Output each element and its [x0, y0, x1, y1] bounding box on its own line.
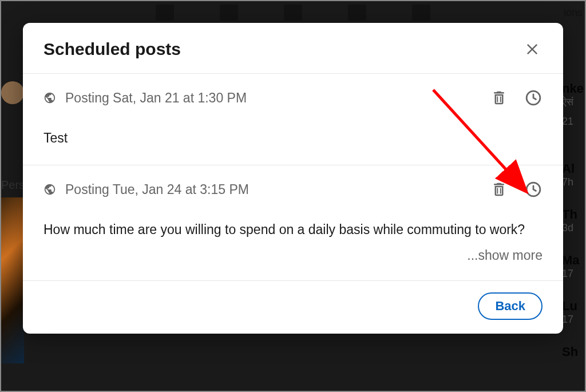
background-image — [1, 197, 24, 363]
svg-rect-6 — [500, 188, 501, 194]
network-icon — [220, 5, 238, 21]
reschedule-button[interactable] — [524, 89, 543, 107]
post-header: Posting Sat, Jan 21 at 1:30 PM — [43, 89, 543, 107]
post-header: Posting Tue, Jan 24 at 3:15 PM — [43, 180, 543, 199]
scheduled-post-item: Posting Sat, Jan 21 at 1:30 PM T — [23, 74, 563, 165]
notifications-icon — [412, 5, 430, 21]
close-icon — [524, 41, 540, 57]
modal-header: Scheduled posts — [23, 23, 563, 74]
svg-rect-2 — [497, 97, 498, 102]
clock-icon — [525, 181, 542, 198]
modal-footer: Back — [23, 281, 563, 334]
background-right: ions nkeऐसं 21 Al7h Th3d Ma17 Lu17 Sh — [562, 81, 585, 390]
post-content: Test — [43, 129, 543, 148]
post-schedule-time: Posting Sat, Jan 21 at 1:30 PM — [65, 90, 481, 106]
back-button[interactable]: Back — [478, 292, 543, 320]
nav-label: ions — [564, 7, 583, 19]
post-actions — [490, 89, 543, 107]
svg-rect-5 — [497, 188, 498, 194]
home-icon — [156, 5, 174, 21]
close-button[interactable] — [520, 37, 545, 62]
post-content: How much time are you willing to spend o… — [43, 220, 543, 239]
background-left: Pers — [1, 81, 24, 363]
scheduled-posts-modal: Scheduled posts Posting Sat, Jan 21 at 1… — [23, 23, 563, 334]
jobs-icon — [284, 5, 302, 21]
trash-icon — [490, 89, 508, 106]
background-nav — [1, 1, 585, 24]
background-left-text: Pers — [1, 179, 24, 192]
messaging-icon — [348, 5, 366, 21]
show-more-link[interactable]: ...show more — [43, 248, 543, 263]
delete-post-button[interactable] — [490, 89, 508, 107]
globe-icon — [43, 92, 56, 104]
post-schedule-time: Posting Tue, Jan 24 at 3:15 PM — [65, 182, 481, 197]
delete-post-button[interactable] — [490, 180, 508, 199]
clock-icon — [525, 89, 542, 106]
modal-title: Scheduled posts — [43, 39, 181, 59]
scheduled-post-item: Posting Tue, Jan 24 at 3:15 PM H — [23, 165, 563, 280]
trash-icon — [490, 181, 508, 198]
reschedule-button[interactable] — [524, 180, 543, 199]
globe-icon — [43, 183, 56, 196]
avatar — [1, 81, 24, 104]
svg-rect-3 — [500, 97, 501, 102]
post-actions — [490, 180, 543, 199]
